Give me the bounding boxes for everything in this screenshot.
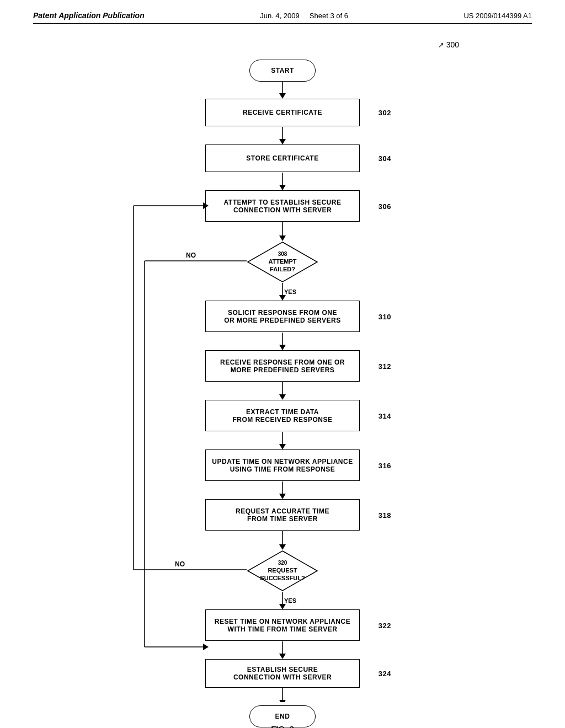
label-322: 322 [379, 621, 391, 629]
page: Patent Application Publication Jun. 4, 2… [0, 0, 565, 728]
header-left: Patent Application Publication [33, 11, 145, 20]
page-header: Patent Application Publication Jun. 4, 2… [33, 11, 532, 24]
header-date-sheet: Jun. 4, 2009 Sheet 3 of 6 [260, 12, 348, 20]
node-314: EXTRACT TIME DATA FROM RECEIVED RESPONSE… [205, 400, 360, 431]
node-304: STORE CERTIFICATE 304 [205, 144, 360, 172]
label-310: 310 [379, 312, 391, 320]
node-310: SOLICIT RESPONSE FROM ONE OR MORE PREDEF… [205, 301, 360, 332]
label-312: 312 [379, 362, 391, 370]
label-302: 302 [379, 109, 391, 117]
node-320: 320 REQUEST SUCCESSFUL? [247, 550, 318, 592]
node-322: RESET TIME ON NETWORK APPLIANCE WITH TIM… [205, 609, 360, 641]
label-306: 306 [379, 202, 391, 210]
node-308: 308 ATTEMPT FAILED? [247, 241, 318, 283]
node-318: REQUEST ACCURATE TIME FROM TIME SERVER 3… [205, 499, 360, 531]
start-terminal: START [249, 60, 316, 82]
node-324: ESTABLISH SECURE CONNECTION WITH SERVER … [205, 659, 360, 688]
label-304: 304 [379, 154, 391, 163]
label-324: 324 [379, 670, 391, 678]
label-318: 318 [379, 511, 391, 519]
label-316: 316 [379, 461, 391, 469]
node-316: UPDATE TIME ON NETWORK APPLIANCE USING T… [205, 449, 360, 481]
flowchart: ↗ 300 NO [89, 40, 476, 728]
label-314: 314 [379, 411, 391, 420]
node-302: RECEIVE CERTIFICATE 302 [205, 99, 360, 126]
node-312: RECEIVE RESPONSE FROM ONE OR MORE PREDEF… [205, 350, 360, 382]
node-306: ATTEMPT TO ESTABLISH SECURE CONNECTION W… [205, 190, 360, 222]
end-terminal: END [249, 705, 316, 727]
header-right: US 2009/0144399 A1 [463, 12, 532, 20]
